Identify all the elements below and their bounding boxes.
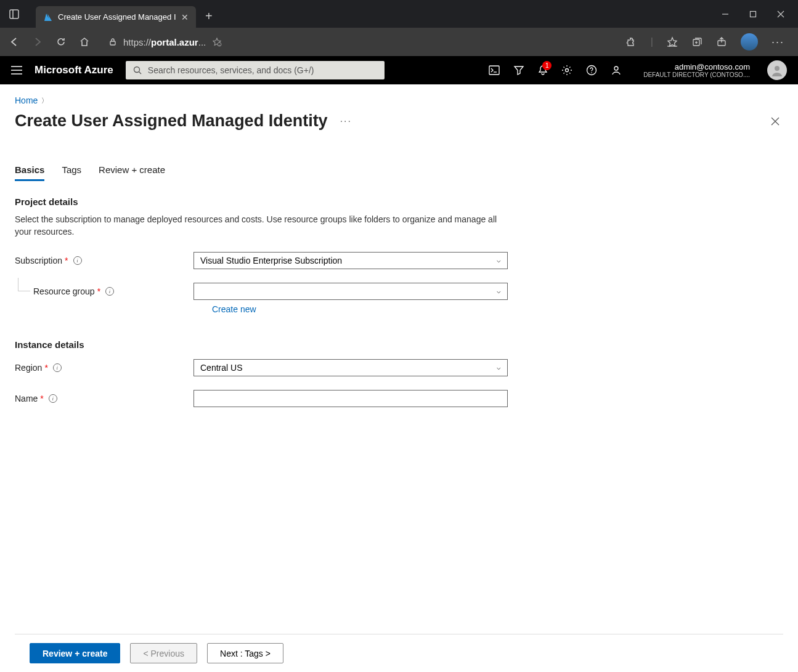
svg-point-21 (566, 69, 569, 72)
svg-line-18 (139, 72, 141, 75)
svg-rect-6 (110, 41, 115, 45)
label-name: Name * i (15, 394, 193, 403)
refresh-button[interactable] (55, 36, 67, 47)
search-input[interactable]: Search resources, services, and docs (G+… (126, 61, 385, 79)
chevron-right-icon: 〉 (41, 96, 48, 105)
project-details-description: Select the subscription to manage deploy… (15, 213, 514, 238)
browser-toolbar: https://portal.azur... + | ··· (0, 28, 798, 56)
row-name: Name * i (15, 390, 514, 407)
link-create-new-resource-group[interactable]: Create new (212, 304, 256, 314)
row-region: Region * i Central US ⌵ (15, 359, 514, 376)
svg-rect-19 (489, 66, 499, 75)
chevron-down-icon: ⌵ (497, 256, 501, 264)
url-text: https://portal.azur... (123, 37, 206, 47)
azure-logo[interactable]: Microsoft Azure (35, 64, 113, 76)
breadcrumb-home[interactable]: Home (15, 95, 38, 105)
breadcrumb: Home 〉 (15, 95, 783, 105)
window-controls (719, 8, 793, 20)
url-bar[interactable]: https://portal.azur... + (102, 37, 228, 47)
page-content: Home 〉 Create User Assigned Managed Iden… (0, 84, 798, 672)
required-indicator: * (97, 286, 100, 296)
page-close-icon[interactable] (767, 113, 783, 129)
tabs: Basics Tags Review + create (15, 164, 783, 181)
select-subscription[interactable]: Visual Studio Enterprise Subscription ⌵ (193, 252, 508, 269)
select-resource-group[interactable]: ⌵ (193, 283, 508, 300)
section-project-details: Project details Select the subscription … (15, 196, 514, 315)
browser-profile-avatar[interactable] (741, 33, 758, 51)
tab-close-icon[interactable]: ✕ (181, 12, 189, 22)
azure-tab-icon (43, 12, 53, 22)
user-info[interactable]: admin@contoso.com DEFAULT DIRECTORY (CON… (643, 62, 750, 78)
settings-icon[interactable] (561, 65, 572, 76)
svg-point-25 (775, 66, 780, 71)
svg-text:+: + (219, 43, 221, 47)
favorites-icon[interactable] (667, 36, 678, 47)
collections-icon[interactable] (691, 36, 702, 47)
svg-point-23 (591, 72, 592, 73)
row-subscription: Subscription * i Visual Studio Enterpris… (15, 252, 514, 269)
input-name[interactable] (193, 390, 508, 407)
page-title: Create User Assigned Managed Identity (15, 111, 328, 131)
forward-button[interactable] (32, 36, 43, 47)
user-avatar[interactable] (767, 60, 787, 80)
svg-point-17 (134, 67, 139, 73)
row-resource-group: Resource group * i ⌵ (33, 283, 514, 300)
maximize-button[interactable] (747, 8, 759, 20)
notifications-icon[interactable]: 1 (538, 65, 548, 76)
feedback-icon[interactable] (611, 65, 622, 76)
minimize-button[interactable] (719, 8, 731, 20)
share-icon[interactable] (716, 36, 727, 47)
info-icon[interactable]: i (73, 256, 82, 265)
search-placeholder: Search resources, services, and docs (G+… (148, 65, 314, 75)
select-region[interactable]: Central US ⌵ (193, 359, 508, 376)
extensions-icon[interactable] (626, 36, 637, 47)
required-indicator: * (40, 394, 43, 403)
label-region: Region * i (15, 363, 193, 373)
tab-actions-icon[interactable] (5, 5, 23, 23)
hamburger-menu-icon[interactable] (11, 66, 22, 75)
svg-rect-0 (10, 10, 18, 18)
azure-header: Microsoft Azure Search resources, servic… (0, 56, 798, 84)
page-header: Create User Assigned Managed Identity ··… (15, 111, 783, 131)
button-next[interactable]: Next : Tags > (207, 643, 283, 663)
lock-icon (108, 38, 117, 46)
chevron-down-icon: ⌵ (497, 287, 501, 295)
label-resource-group: Resource group * i (33, 286, 193, 296)
chevron-down-icon: ⌵ (497, 363, 501, 371)
cloud-shell-icon[interactable] (489, 65, 500, 75)
window-close-button[interactable] (775, 8, 787, 20)
help-icon[interactable] (586, 65, 597, 76)
svg-rect-3 (751, 11, 756, 17)
required-indicator: * (44, 363, 47, 373)
search-icon (133, 66, 142, 75)
directory-filter-icon[interactable] (513, 65, 524, 75)
label-subscription: Subscription * i (15, 256, 193, 265)
browser-titlebar: Create User Assigned Managed I ✕ + (0, 0, 798, 28)
footer: Review + create < Previous Next : Tags > (15, 634, 783, 672)
svg-point-24 (614, 67, 618, 70)
page-menu-icon[interactable]: ··· (340, 116, 352, 127)
section-instance-details: Instance details Region * i Central US ⌵… (15, 339, 514, 407)
button-previous: < Previous (130, 643, 197, 663)
required-indicator: * (65, 256, 68, 265)
tab-tags[interactable]: Tags (62, 164, 81, 181)
info-icon[interactable]: i (53, 363, 62, 372)
browser-menu-icon[interactable]: ··· (772, 36, 784, 49)
home-button[interactable] (79, 36, 90, 47)
back-button[interactable] (9, 36, 20, 47)
browser-tab[interactable]: Create User Assigned Managed I ✕ (36, 6, 196, 28)
button-review-create[interactable]: Review + create (30, 643, 120, 663)
info-icon[interactable]: i (49, 394, 57, 403)
tree-line (18, 278, 30, 291)
tab-title: Create User Assigned Managed I (58, 12, 176, 22)
new-tab-button[interactable]: + (205, 9, 213, 23)
user-directory: DEFAULT DIRECTORY (CONTOSO.... (643, 71, 750, 78)
tab-review-create[interactable]: Review + create (99, 164, 165, 181)
favorite-icon[interactable]: + (212, 37, 222, 47)
project-details-heading: Project details (15, 196, 514, 207)
user-email: admin@contoso.com (643, 62, 750, 71)
info-icon[interactable]: i (105, 287, 114, 296)
instance-details-heading: Instance details (15, 339, 514, 350)
tab-basics[interactable]: Basics (15, 164, 44, 181)
notification-badge: 1 (542, 61, 552, 70)
